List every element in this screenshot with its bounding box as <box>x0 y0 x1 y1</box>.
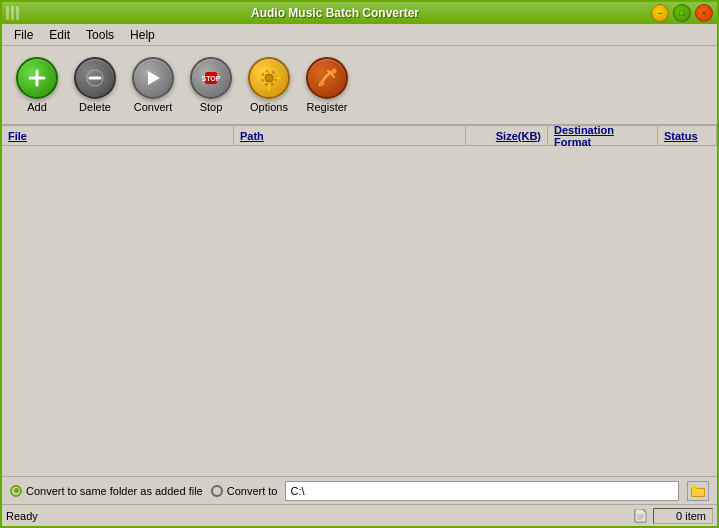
title-controls: − □ × <box>651 4 713 22</box>
svg-point-7 <box>265 74 273 82</box>
stop-label: Stop <box>200 101 223 113</box>
title-bar-left <box>6 6 19 20</box>
content-area: File Path Size(KB) Destination Format St… <box>2 126 717 476</box>
radio-same-folder-dot[interactable] <box>10 485 22 497</box>
column-header-dest[interactable]: Destination Format <box>548 126 658 145</box>
svg-marker-4 <box>148 71 160 85</box>
options-button[interactable]: Options <box>242 50 296 120</box>
menu-bar: File Edit Tools Help <box>2 24 717 46</box>
main-window: Audio Music Batch Converter − □ × File E… <box>0 0 719 528</box>
menu-help[interactable]: Help <box>122 26 163 44</box>
column-header-status[interactable]: Status <box>658 126 717 145</box>
svg-text:STOP: STOP <box>202 75 221 82</box>
menu-file[interactable]: File <box>6 26 41 44</box>
radio-convert-to[interactable]: Convert to <box>211 485 278 497</box>
delete-button[interactable]: Delete <box>68 50 122 120</box>
radio-convert-to-label: Convert to <box>227 485 278 497</box>
stop-button[interactable]: STOP Stop <box>184 50 238 120</box>
register-icon <box>306 57 348 99</box>
close-button[interactable]: × <box>695 4 713 22</box>
svg-point-9 <box>320 81 325 86</box>
status-right: 0 item <box>633 508 713 524</box>
svg-rect-12 <box>691 486 697 489</box>
column-header-path[interactable]: Path <box>234 126 466 145</box>
radio-convert-to-dot[interactable] <box>211 485 223 497</box>
column-header-size[interactable]: Size(KB) <box>466 126 548 145</box>
register-label: Register <box>307 101 348 113</box>
column-header-file[interactable]: File <box>2 126 234 145</box>
add-icon <box>16 57 58 99</box>
status-bar: Ready 0 item <box>2 504 717 526</box>
toolbar: Add Delete Convert <box>2 46 717 126</box>
browse-folder-button[interactable] <box>687 481 709 501</box>
delete-icon <box>74 57 116 99</box>
maximize-button[interactable]: □ <box>673 4 691 22</box>
title-decoration <box>6 6 19 20</box>
convert-button[interactable]: Convert <box>126 50 180 120</box>
radio-same-folder-label: Convert to same folder as added file <box>26 485 203 497</box>
convert-to-input[interactable] <box>285 481 679 501</box>
title-bar: Audio Music Batch Converter − □ × <box>2 2 717 24</box>
menu-edit[interactable]: Edit <box>41 26 78 44</box>
svg-point-10 <box>332 69 337 74</box>
delete-label: Delete <box>79 101 111 113</box>
svg-rect-13 <box>692 489 704 496</box>
add-label: Add <box>27 101 47 113</box>
status-text: Ready <box>6 510 633 522</box>
convert-label: Convert <box>134 101 173 113</box>
bottom-options-bar: Convert to same folder as added file Con… <box>2 476 717 504</box>
convert-icon <box>132 57 174 99</box>
stop-icon: STOP <box>190 57 232 99</box>
menu-tools[interactable]: Tools <box>78 26 122 44</box>
item-count: 0 item <box>653 508 713 524</box>
file-list[interactable] <box>2 146 717 476</box>
radio-same-folder[interactable]: Convert to same folder as added file <box>10 485 203 497</box>
minimize-button[interactable]: − <box>651 4 669 22</box>
options-label: Options <box>250 101 288 113</box>
table-header: File Path Size(KB) Destination Format St… <box>2 126 717 146</box>
add-button[interactable]: Add <box>10 50 64 120</box>
register-button[interactable]: Register <box>300 50 354 120</box>
window-title: Audio Music Batch Converter <box>251 6 419 20</box>
options-icon <box>248 57 290 99</box>
document-icon <box>633 509 649 523</box>
